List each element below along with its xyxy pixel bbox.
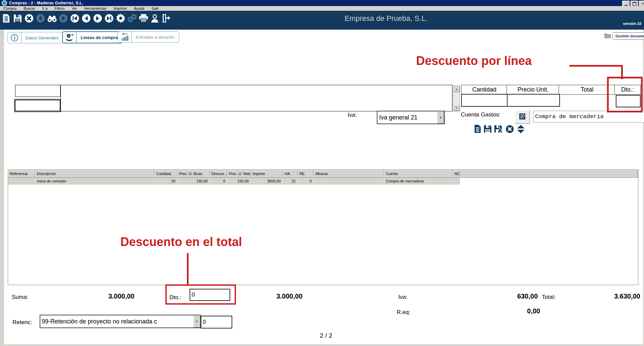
cantidad-input[interactable] [461, 94, 560, 107]
navigate-forward-button[interactable] [59, 13, 68, 23]
toolbar-icons [2, 12, 170, 24]
window-frame-bottom [0, 344, 644, 346]
retencion-select[interactable]: 99-Retención de proyecto no relacionada … [40, 315, 201, 328]
menu-item-ver[interactable]: Ver [72, 6, 77, 10]
annotation-line-horizontal [569, 65, 622, 67]
previous-record-button[interactable] [82, 13, 90, 23]
exit-button[interactable] [162, 13, 170, 23]
grid-cell-iva: 21 [283, 178, 298, 184]
settings-gear-button[interactable] [116, 13, 125, 23]
column-header-cantidad: Cantidad [461, 85, 508, 95]
scroll-down-icon[interactable]: ▼ [453, 104, 460, 111]
save-line-icon[interactable] [484, 125, 492, 133]
grid-cell-descripcion: mesa de comedor [35, 178, 155, 184]
grid-cell-descue: 0 [210, 178, 227, 184]
menu-bar: CompraBuscarIr aFiltrosVerHerramientasIm… [0, 6, 644, 11]
search-binoculars-button[interactable] [48, 13, 56, 23]
annotation-total-discount: Descuento en el total [120, 235, 242, 249]
menu-item-ir-a[interactable]: Ir a [42, 6, 47, 10]
description-textarea[interactable] [61, 85, 452, 111]
settings-gear-icon [116, 13, 125, 23]
grid-column-referencia[interactable]: Referencia [8, 170, 35, 178]
tab-entradas-a-almacen[interactable]: Entradas a almacén [118, 31, 179, 43]
menu-item-salir[interactable]: Salir [152, 6, 159, 10]
annotation-box-dto-column [607, 77, 643, 112]
menu-item-filtros[interactable]: Filtros [54, 6, 65, 10]
grid-column-cantidad[interactable]: Cantidad [155, 170, 177, 178]
grid-cell-prec-u-bruto: 150,00 [177, 178, 210, 184]
line-action-icons [474, 125, 525, 133]
navigate-back-button[interactable] [36, 13, 45, 23]
new-document-icon [2, 14, 10, 23]
grid-cell-importe: 3000,00 [251, 178, 283, 184]
user-button[interactable] [151, 13, 159, 23]
grid-cell-prec-u-neto: 150,00 [227, 178, 251, 184]
search-binoculars-icon [47, 14, 57, 23]
navigate-forward-icon [59, 14, 68, 23]
save-button[interactable] [13, 13, 22, 23]
last-record-button[interactable] [105, 13, 113, 23]
menu-item-buscar[interactable]: Buscar [24, 6, 35, 10]
cuenta-gastos-field[interactable]: Compra de mercaderia [533, 111, 644, 123]
grid-column-albaran[interactable]: Albaran [314, 170, 384, 178]
reference-input[interactable] [15, 85, 61, 97]
grid-column-re[interactable]: RE [298, 170, 314, 178]
menu-item-ayuda[interactable]: Ayuda [134, 6, 145, 10]
retencion-amount-input[interactable]: 0 [201, 316, 232, 328]
warehouse-entries-icon [118, 32, 132, 42]
save-edit-line-icon[interactable] [494, 125, 503, 133]
menu-item-compra[interactable]: Compra [3, 6, 16, 10]
scroll-up-icon[interactable]: ▲ [453, 85, 460, 92]
first-record-icon [70, 14, 79, 23]
retencion-select-value: 99-Retención de proyecto no relacionada … [40, 318, 157, 325]
grid-column-descripcion[interactable]: Descripcion [35, 170, 155, 178]
suma-value: 3.000,00 [67, 292, 134, 300]
grid-column-nc[interactable]: NC [453, 170, 460, 178]
total-value: 3.630,00 [575, 292, 640, 300]
table-row[interactable]: mesa de comedor20150,000150,003000,00210… [8, 178, 460, 184]
gestion-documental-button[interactable]: Gestión documental [612, 32, 644, 40]
first-record-button[interactable] [71, 13, 79, 23]
toolbar: Empresa de Prueba, S.L. versión 10 [0, 11, 644, 30]
tab-lineas-de-compra[interactable]: Lineas de compra [62, 31, 123, 43]
account-lookup-button[interactable] [515, 110, 530, 124]
delete-line-icon[interactable] [506, 125, 514, 133]
print-icon [138, 14, 149, 23]
copy-document-icon[interactable] [474, 125, 481, 133]
tab-datos-generales[interactable]: Datos Generales [7, 32, 63, 43]
next-record-button[interactable] [93, 13, 102, 23]
chevron-down-icon[interactable]: ▼ [437, 111, 444, 124]
menu-item-imprimir[interactable]: Imprimir [114, 6, 127, 10]
annotation-line-discount: Descuento por línea [416, 54, 532, 68]
reference-code-input[interactable] [15, 100, 61, 111]
purchase-lines-icon [63, 32, 77, 43]
net-after-discount-value: 3.000,00 [235, 292, 303, 300]
chevron-down-icon[interactable]: ▼ [193, 315, 200, 327]
title-bar: Compras : 2 - Maderas Gutierrez, S.L. ✕ [0, 0, 644, 6]
tab-label: Entradas a almacén [132, 32, 179, 42]
grid-cell-cantidad: 20 [155, 178, 177, 184]
print-button[interactable] [139, 13, 148, 23]
grid-column-cuenta[interactable]: Cuenta [384, 170, 453, 178]
folder-icon [604, 33, 611, 40]
purchase-window: Compras : 2 - Maderas Gutierrez, S.L. ✕ … [0, 0, 644, 346]
grid-column-descue[interactable]: Descue... [210, 170, 227, 178]
process-gears-button[interactable] [128, 13, 136, 23]
iva-select[interactable]: Iva general 21 ▼ [377, 111, 445, 124]
menu-item-herramientas[interactable]: Herramientas [84, 6, 107, 10]
window-title: Compras : 2 - Maderas Gutierrez, S.L. [9, 1, 83, 5]
minimize-icon [625, 5, 628, 6]
new-document-button[interactable] [2, 13, 10, 23]
annotation-line-vertical-total [187, 253, 189, 284]
delete-icon [25, 14, 34, 23]
grid-column-iva[interactable]: IVA [283, 170, 298, 178]
move-up-down-icon[interactable] [516, 125, 525, 133]
total-label: Total: [542, 294, 556, 301]
navigate-back-icon [36, 14, 45, 23]
description-scrollbar[interactable]: ▲ ▼ [453, 85, 460, 111]
grid-column-prec-u-neto[interactable]: Prec. U. Neto [227, 170, 251, 178]
delete-button[interactable] [25, 13, 33, 23]
grid-cell-nc [453, 178, 460, 184]
grid-column-importe[interactable]: Importe [251, 170, 283, 178]
grid-column-prec-u-bruto[interactable]: Prec. U. Bruto [177, 170, 210, 178]
